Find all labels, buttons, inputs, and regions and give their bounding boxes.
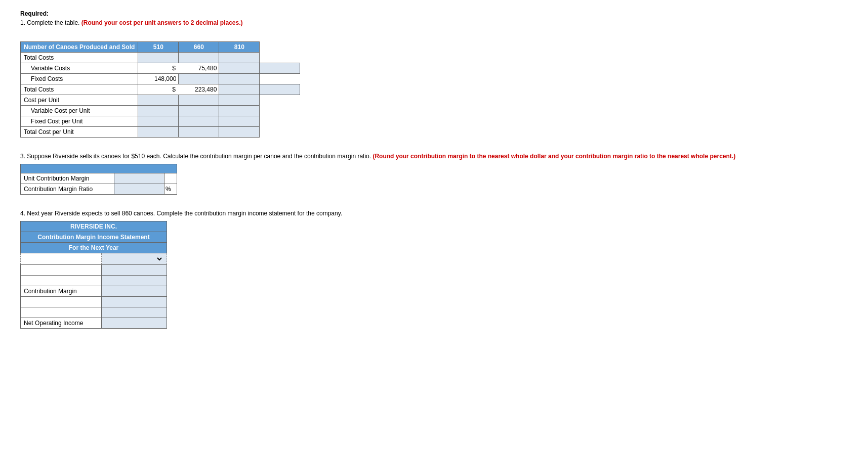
fixed-costs-value: 148,000 — [138, 74, 179, 84]
fixed-cost-per-unit-label: Fixed Cost per Unit — [21, 116, 138, 127]
row2-label-cell — [21, 265, 102, 276]
tcpu-col1-field[interactable] — [140, 128, 176, 136]
cost-per-unit-col2 — [179, 95, 219, 106]
table-row: Total Costs $ 223,480 — [21, 84, 300, 95]
row2-input-cell[interactable] — [102, 265, 167, 276]
variable-costs-col2-input[interactable] — [219, 63, 260, 74]
row6-input[interactable] — [105, 309, 163, 316]
row1-dropdown-cell[interactable] — [102, 253, 167, 265]
fixed-costs-col2-input[interactable] — [179, 74, 219, 84]
vcpu-col2-input[interactable] — [179, 106, 219, 116]
row5-input[interactable] — [105, 298, 163, 305]
table-row: Fixed Costs 148,000 — [21, 74, 300, 84]
fcpu-col2-input[interactable] — [179, 116, 219, 127]
table-row: Cost per Unit — [21, 95, 300, 106]
total-costs-col3-input[interactable] — [260, 84, 300, 95]
table3-title1: RIVERSIDE INC. — [21, 221, 167, 232]
vcpu-col3-field[interactable] — [221, 107, 257, 114]
net-operating-income-label: Net Operating Income — [21, 318, 102, 329]
instruction1: 1. Complete the table. (Round your cost … — [20, 19, 848, 26]
instruction3-text: 3. Suppose Riverside sells its canoes fo… — [20, 153, 371, 160]
instruction1-text: 1. Complete the table. — [20, 19, 79, 26]
vcpu-col2-field[interactable] — [181, 107, 217, 114]
total-costs-row-label: Total Costs — [21, 84, 138, 95]
fcpu-col2-field[interactable] — [181, 118, 217, 125]
table3: RIVERSIDE INC. Contribution Margin Incom… — [20, 221, 167, 329]
cmr-input[interactable] — [117, 186, 161, 193]
row1-dropdown[interactable] — [105, 255, 163, 263]
variable-costs-col3-input[interactable] — [260, 63, 300, 74]
table-row: Variable Cost per Unit — [21, 106, 300, 116]
table-row — [21, 276, 167, 286]
total-costs-col2-input[interactable] — [219, 84, 260, 95]
total-cost-per-unit-label: Total Cost per Unit — [21, 127, 138, 138]
total-costs-col1 — [138, 53, 179, 63]
variable-costs-col3-field[interactable] — [262, 65, 298, 72]
ucm-empty — [164, 173, 177, 184]
required-label: Required: — [20, 10, 848, 17]
table1-section: Number of Canoes Produced and Sold 510 6… — [20, 41, 848, 138]
fixed-costs-col2-field[interactable] — [181, 75, 217, 82]
row6-label-cell — [21, 307, 102, 318]
row5-input-cell[interactable] — [102, 297, 167, 307]
total-costs-row-value: 223,480 — [179, 84, 219, 95]
table1-header-label: Number of Canoes Produced and Sold — [21, 42, 138, 53]
fcpu-col1-field[interactable] — [140, 118, 176, 125]
row3-input[interactable] — [105, 277, 163, 284]
table2-header — [21, 164, 177, 173]
table1-col3-header: 810 — [219, 42, 260, 53]
table-row: Fixed Cost per Unit — [21, 116, 300, 127]
total-costs-dollar: $ — [138, 84, 179, 95]
table-row: Total Cost per Unit — [21, 127, 300, 138]
cm-input-cell[interactable] — [102, 286, 167, 297]
fcpu-col1-input[interactable] — [138, 116, 179, 127]
fcpu-col3-field[interactable] — [221, 118, 257, 125]
cmr-pct: % — [164, 184, 177, 195]
row3-input-cell[interactable] — [102, 276, 167, 286]
vcpu-col1-field[interactable] — [140, 107, 176, 114]
tcpu-col2-input[interactable] — [179, 127, 219, 138]
variable-cost-per-unit-label: Variable Cost per Unit — [21, 106, 138, 116]
instruction1-red: (Round your cost per unit answers to 2 d… — [81, 19, 243, 26]
cmr-input-cell[interactable] — [114, 184, 164, 195]
required-section: Required: 1. Complete the table. (Round … — [20, 10, 848, 26]
cost-per-unit-label: Cost per Unit — [21, 95, 138, 106]
tcpu-col2-field[interactable] — [181, 128, 217, 136]
row6-input-cell[interactable] — [102, 307, 167, 318]
vcpu-col1-input[interactable] — [138, 106, 179, 116]
row2-input[interactable] — [105, 266, 163, 274]
fixed-costs-col3-input[interactable] — [219, 74, 260, 84]
vcpu-col3-input[interactable] — [219, 106, 260, 116]
ucm-input[interactable] — [117, 175, 161, 182]
cm-input[interactable] — [105, 288, 163, 295]
tcpu-col1-input[interactable] — [138, 127, 179, 138]
total-costs-col2-field[interactable] — [221, 86, 257, 93]
tcpu-col3-input[interactable] — [219, 127, 260, 138]
noi-input[interactable] — [105, 320, 163, 327]
table-row: Contribution Margin — [21, 286, 167, 297]
table-row: Unit Contribution Margin — [21, 173, 177, 184]
table-row — [21, 307, 167, 318]
noi-input-cell[interactable] — [102, 318, 167, 329]
total-costs-col2 — [179, 53, 219, 63]
ucm-label: Unit Contribution Margin — [21, 173, 114, 184]
contribution-margin-label: Contribution Margin — [21, 286, 102, 297]
cmr-label: Contribution Margin Ratio — [21, 184, 114, 195]
section4: 4. Next year Riverside expects to sell 8… — [20, 210, 848, 329]
row3-label-cell — [21, 276, 102, 286]
instruction4: 4. Next year Riverside expects to sell 8… — [20, 210, 848, 217]
ucm-input-cell[interactable] — [114, 173, 164, 184]
fixed-costs-col3-field[interactable] — [221, 75, 257, 82]
instruction3-red: (Round your contribution margin to the n… — [373, 153, 735, 160]
total-costs-col3-field[interactable] — [262, 86, 298, 93]
table-row: Net Operating Income — [21, 318, 167, 329]
table-row: Contribution Margin Ratio % — [21, 184, 177, 195]
table-row: Variable Costs $ 75,480 — [21, 63, 300, 74]
tcpu-col3-field[interactable] — [221, 128, 257, 136]
variable-costs-label: Variable Costs — [21, 63, 138, 74]
fcpu-col3-input[interactable] — [219, 116, 260, 127]
variable-costs-col2-field[interactable] — [221, 65, 257, 72]
table-row — [21, 297, 167, 307]
row5-label-cell — [21, 297, 102, 307]
table3-title2: Contribution Margin Income Statement — [21, 232, 167, 243]
